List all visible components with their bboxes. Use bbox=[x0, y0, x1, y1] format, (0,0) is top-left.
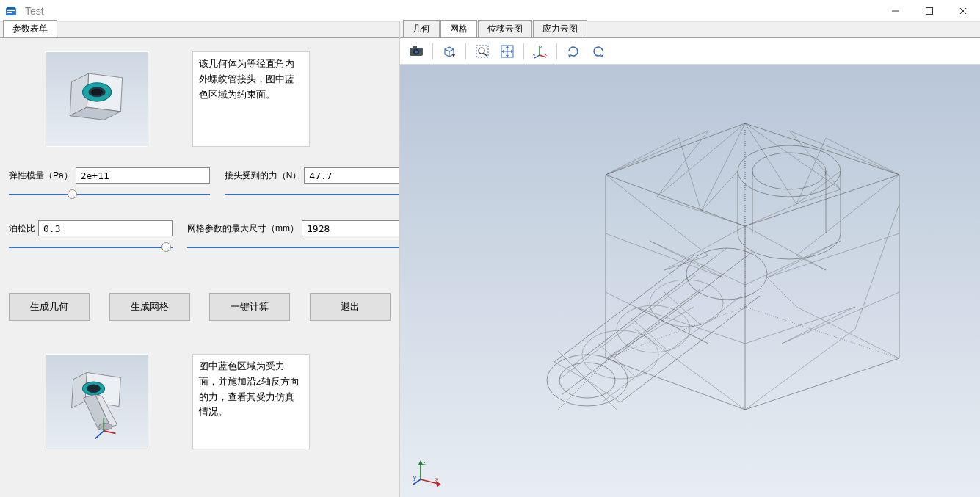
svg-line-116 bbox=[554, 362, 587, 380]
window-title: Test bbox=[25, 5, 44, 17]
compute-button[interactable]: 一键计算 bbox=[209, 293, 290, 321]
svg-line-94 bbox=[606, 175, 708, 255]
svg-line-60 bbox=[562, 289, 701, 395]
svg-line-86 bbox=[745, 241, 841, 285]
svg-line-117 bbox=[587, 380, 620, 402]
3d-viewport[interactable]: z x y bbox=[400, 65, 980, 497]
modulus-slider[interactable] bbox=[9, 189, 210, 200]
svg-text:z: z bbox=[423, 460, 426, 466]
svg-point-17 bbox=[87, 385, 100, 393]
svg-line-89 bbox=[796, 255, 826, 270]
rotate-cw-icon[interactable] bbox=[563, 41, 584, 62]
parameter-panel: 参数表单 该几何体为等径直角内外螺纹管接头，图中蓝色区域为约束面。 bbox=[0, 22, 400, 497]
tab-geometry[interactable]: 几何 bbox=[403, 20, 440, 37]
svg-line-108 bbox=[558, 274, 697, 380]
axis-triad-icon: z x y bbox=[413, 457, 443, 487]
svg-text:x: x bbox=[435, 476, 438, 482]
svg-rect-5 bbox=[926, 7, 933, 14]
svg-point-32 bbox=[479, 48, 484, 54]
viewport-panel: 几何 网格 位移云图 应力云图 zxy bbox=[400, 22, 980, 497]
svg-line-22 bbox=[104, 431, 115, 433]
poisson-input[interactable] bbox=[38, 220, 173, 236]
mesh-size-input[interactable] bbox=[302, 220, 399, 236]
exit-button[interactable]: 退出 bbox=[310, 293, 391, 321]
mesh-size-slider[interactable] bbox=[187, 242, 399, 253]
svg-line-98 bbox=[664, 226, 745, 270]
svg-line-63 bbox=[657, 123, 745, 197]
svg-rect-3 bbox=[7, 7, 15, 9]
close-button[interactable] bbox=[946, 0, 980, 22]
svg-line-69 bbox=[826, 138, 899, 175]
tab-displacement[interactable]: 位移云图 bbox=[478, 20, 532, 37]
svg-line-23 bbox=[95, 431, 104, 438]
svg-line-75 bbox=[657, 197, 701, 211]
svg-line-77 bbox=[745, 204, 796, 226]
svg-line-51 bbox=[606, 307, 745, 358]
force-input[interactable] bbox=[304, 167, 399, 184]
tab-parameter-form[interactable]: 参数表单 bbox=[3, 20, 57, 37]
svg-line-68 bbox=[606, 131, 708, 175]
svg-text:z: z bbox=[540, 44, 542, 48]
svg-line-97 bbox=[606, 307, 694, 358]
poisson-slider[interactable] bbox=[9, 242, 173, 253]
maximize-button[interactable] bbox=[912, 0, 946, 22]
generate-geometry-button[interactable]: 生成几何 bbox=[9, 293, 90, 321]
svg-line-87 bbox=[745, 307, 855, 344]
svg-marker-49 bbox=[606, 123, 899, 410]
svg-line-65 bbox=[745, 123, 796, 204]
geometry-thumbnail-1 bbox=[46, 51, 148, 147]
svg-point-13 bbox=[91, 89, 103, 95]
tab-stress[interactable]: 应力云图 bbox=[533, 20, 587, 37]
svg-line-93 bbox=[767, 277, 796, 307]
svg-line-52 bbox=[745, 307, 899, 358]
svg-rect-27 bbox=[413, 46, 417, 48]
svg-line-120 bbox=[664, 292, 701, 325]
svg-rect-1 bbox=[7, 10, 15, 11]
svg-line-110 bbox=[558, 351, 587, 380]
svg-line-101 bbox=[635, 329, 745, 410]
svg-line-85 bbox=[745, 226, 826, 270]
svg-line-67 bbox=[606, 138, 679, 175]
svg-line-92 bbox=[855, 204, 899, 329]
svg-point-55 bbox=[752, 153, 826, 189]
rotate-ccw-icon[interactable] bbox=[588, 41, 609, 62]
svg-point-26 bbox=[415, 50, 418, 53]
generate-mesh-button[interactable]: 生成网格 bbox=[109, 293, 190, 321]
zoom-window-icon[interactable] bbox=[472, 41, 493, 62]
svg-line-83 bbox=[782, 292, 899, 344]
svg-line-72 bbox=[679, 138, 701, 211]
svg-text:y: y bbox=[413, 474, 416, 481]
force-label: 接头受到的力（N） bbox=[225, 170, 302, 182]
svg-line-79 bbox=[701, 171, 738, 211]
svg-line-119 bbox=[631, 318, 668, 351]
camera-icon[interactable] bbox=[406, 41, 427, 62]
geometry-description-1: 该几何体为等径直角内外螺纹管接头，图中蓝色区域为约束面。 bbox=[192, 51, 310, 147]
mesh-size-label: 网格参数的最大尺寸（mm） bbox=[187, 222, 299, 235]
force-slider[interactable] bbox=[225, 189, 399, 200]
minimize-button[interactable] bbox=[879, 0, 912, 22]
tab-mesh[interactable]: 网格 bbox=[440, 20, 477, 37]
svg-point-54 bbox=[738, 145, 841, 197]
modulus-input[interactable] bbox=[76, 167, 210, 184]
svg-text:x: x bbox=[545, 52, 547, 57]
axes-icon[interactable]: zxy bbox=[530, 41, 551, 62]
svg-line-90 bbox=[767, 241, 841, 277]
svg-line-71 bbox=[657, 131, 708, 197]
svg-marker-30 bbox=[452, 54, 455, 57]
svg-text:y: y bbox=[533, 53, 535, 57]
svg-point-20 bbox=[98, 424, 112, 430]
poisson-label: 泊松比 bbox=[9, 222, 35, 235]
svg-line-33 bbox=[484, 53, 487, 56]
svg-line-104 bbox=[635, 307, 708, 344]
svg-line-80 bbox=[796, 171, 841, 204]
svg-line-81 bbox=[796, 175, 899, 255]
svg-line-111 bbox=[587, 380, 617, 410]
svg-line-58 bbox=[554, 255, 694, 362]
svg-point-62 bbox=[686, 248, 767, 300]
svg-line-78 bbox=[796, 189, 841, 204]
svg-line-66 bbox=[745, 123, 841, 189]
zoom-fit-icon[interactable] bbox=[497, 41, 518, 62]
svg-line-95 bbox=[606, 233, 723, 277]
view-cube-icon[interactable] bbox=[439, 41, 460, 62]
left-tabbar: 参数表单 bbox=[0, 22, 399, 38]
